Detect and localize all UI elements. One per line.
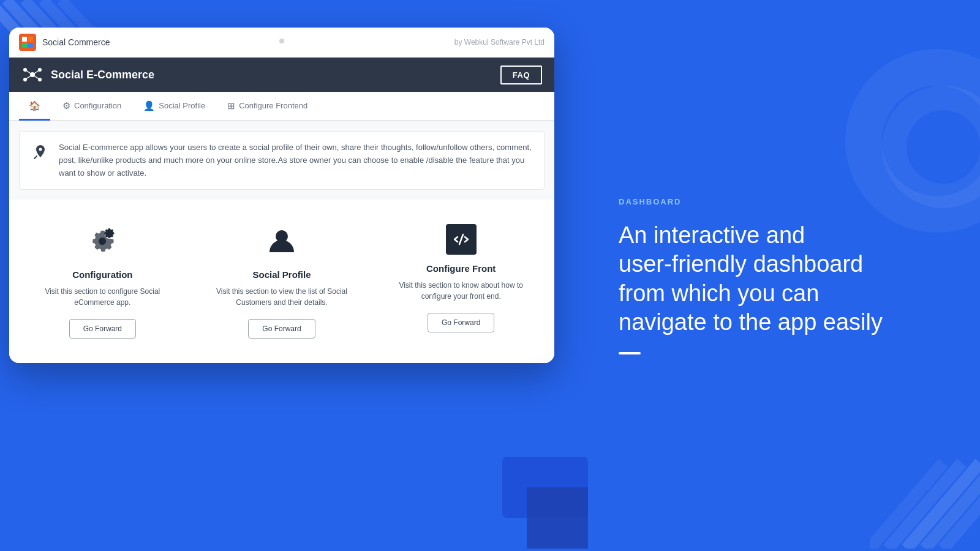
configuration-tab-icon: ⚙ [62, 100, 70, 111]
app-title-text: Social Commerce [42, 37, 110, 47]
top-center-dot [279, 39, 284, 43]
heading-line-2: user-friendly dashboard [619, 251, 863, 277]
social-profile-card-desc: Visit this section to view the list of S… [205, 286, 360, 308]
info-text: Social E-commerce app allows your users … [59, 141, 532, 179]
dashboard-heading: An interactive and user-friendly dashboa… [619, 221, 943, 337]
social-profile-go-forward-button[interactable]: Go Forward [248, 319, 315, 339]
configuration-card-title: Configuration [72, 269, 132, 280]
svg-rect-22 [527, 487, 588, 549]
social-profile-icon [265, 224, 299, 258]
tab-nav: 🏠 ⚙ Configuration 👤 Social Profile ⊞ Con… [9, 92, 554, 121]
configure-front-icon-wrap [446, 224, 477, 255]
configure-front-go-forward-button[interactable]: Go Forward [428, 313, 494, 332]
social-profile-icon-wrap [265, 224, 299, 261]
social-profile-card: Social Profile Visit this section to vie… [198, 218, 366, 345]
configuration-card: Configuration Visit this section to conf… [19, 218, 186, 345]
heading-line-3: from which you can [619, 280, 819, 306]
faq-button[interactable]: FAQ [500, 66, 542, 84]
info-box: Social E-commerce app allows your users … [19, 131, 545, 190]
brand-icon [21, 64, 43, 86]
social-profile-tab-icon: 👤 [143, 100, 155, 111]
tab-home[interactable]: 🏠 [19, 93, 50, 121]
tab-social-profile-label: Social Profile [159, 101, 205, 110]
heading-line-1: An interactive and [619, 222, 805, 248]
code-icon-box [446, 224, 477, 255]
right-panel: DASHBOARD An interactive and user-friend… [588, 0, 980, 551]
heading-divider [619, 352, 641, 354]
svg-line-15 [32, 70, 40, 75]
svg-rect-8 [28, 43, 33, 48]
nav-header: Social E-Commerce FAQ [9, 58, 554, 92]
tab-configure-frontend[interactable]: ⊞ Configure Frontend [217, 93, 317, 121]
blue-accent-svg [466, 457, 588, 549]
pin-icon-wrap [32, 144, 49, 163]
svg-line-17 [32, 75, 40, 80]
svg-line-20 [459, 234, 463, 244]
code-icon [453, 231, 470, 248]
home-icon: 🏠 [29, 100, 40, 111]
browser-chrome-left: Social Commerce [19, 34, 110, 51]
tab-social-profile[interactable]: 👤 Social Profile [134, 93, 215, 121]
svg-line-16 [25, 75, 32, 80]
tab-configuration-label: Configuration [74, 101, 121, 110]
configuration-icon [85, 224, 119, 258]
bottom-stripe-svg [870, 426, 980, 549]
pin-icon [32, 144, 49, 161]
tab-configure-frontend-label: Configure Frontend [239, 101, 307, 110]
brand-name: Social E-Commerce [51, 69, 154, 81]
svg-line-14 [25, 70, 32, 75]
bottom-right-stripe [870, 426, 980, 551]
configure-frontend-tab-icon: ⊞ [227, 100, 235, 111]
svg-rect-6 [28, 37, 33, 42]
svg-rect-7 [22, 43, 27, 48]
tab-configuration[interactable]: ⚙ Configuration [53, 93, 131, 121]
configuration-go-forward-button[interactable]: Go Forward [69, 319, 136, 339]
configuration-card-desc: Visit this section to configure Social e… [25, 286, 180, 308]
blue-accent-area [466, 457, 588, 551]
nav-brand: Social E-Commerce [21, 64, 154, 86]
by-text: by Webkul Software Pvt Ltd [454, 38, 545, 47]
cards-section: Configuration Visit this section to conf… [9, 200, 554, 363]
app-icon [19, 34, 36, 51]
configure-front-card: Configure Front Visit this section to kn… [377, 218, 545, 339]
configuration-icon-wrap [85, 224, 119, 261]
configure-front-card-title: Configure Front [426, 263, 496, 274]
browser-card: Social Commerce by Webkul Software Pvt L… [9, 28, 554, 363]
social-profile-card-title: Social Profile [252, 269, 311, 280]
svg-rect-5 [22, 37, 27, 42]
left-panel: Social Commerce by Webkul Software Pvt L… [0, 0, 588, 551]
heading-line-4: navigate to the app easily [619, 309, 883, 335]
configure-front-card-desc: Visit this section to know about how to … [383, 280, 538, 302]
